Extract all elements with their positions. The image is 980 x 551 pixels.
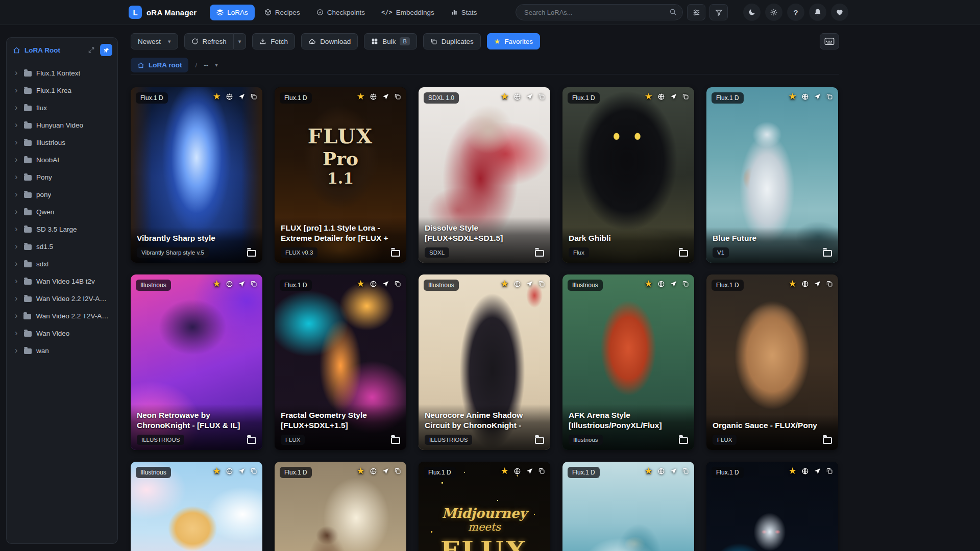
copy-icon[interactable] [538,467,545,474]
send-icon[interactable] [526,467,533,475]
globe-icon[interactable] [801,280,809,288]
nav-tab-loras[interactable]: LoRAs [210,5,255,20]
pin-sidebar-button[interactable] [100,44,112,56]
lora-card[interactable]: Illustrious ★ Neon Retrowave by ChronoKn… [131,274,262,450]
chevron-down-icon[interactable]: ▾ [215,62,218,68]
chevron-right-icon[interactable]: › [15,312,19,320]
sidebar-folder-item[interactable]: ›pony [10,186,114,203]
send-icon[interactable] [238,93,246,101]
chevron-right-icon[interactable]: › [15,208,19,216]
chevron-right-icon[interactable]: › [15,346,19,355]
chevron-right-icon[interactable]: › [15,277,19,285]
copy-icon[interactable] [826,280,833,287]
copy-icon[interactable] [682,93,689,100]
copy-icon[interactable] [682,467,689,474]
app-logo[interactable]: L oRA Manager [129,6,197,19]
globe-icon[interactable] [657,280,665,288]
sort-options-button[interactable] [687,4,705,20]
sidebar-folder-item[interactable]: ›Illustrious [10,134,114,151]
favorite-star-icon[interactable]: ★ [213,466,221,475]
favorite-star-icon[interactable]: ★ [645,279,653,288]
copy-icon[interactable] [250,93,257,100]
chevron-right-icon[interactable]: › [15,190,19,198]
send-icon[interactable] [238,280,246,288]
theme-toggle-button[interactable] [743,4,761,21]
folder-icon[interactable] [535,437,544,444]
folder-icon[interactable] [247,250,256,257]
favorites-filter-button[interactable]: ★ Favorites [487,33,540,49]
chevron-right-icon[interactable]: › [15,329,19,337]
sidebar-folder-item[interactable]: ›Qwen [10,203,114,220]
lora-card[interactable]: Flux.1 D ★ Vibrantly Sharp style Vibrant… [131,87,262,263]
fetch-button[interactable]: Fetch [252,33,295,49]
favorite-star-icon[interactable]: ★ [501,466,509,475]
copy-icon[interactable] [250,280,257,287]
lora-card[interactable]: SDXL 1.0 ★ Dissolve Style [FLUX+SDXL+SD1… [419,87,550,263]
notifications-button[interactable] [809,4,826,21]
filter-button[interactable] [709,4,728,20]
send-icon[interactable] [382,467,389,475]
copy-icon[interactable] [538,280,545,287]
favorite-star-icon[interactable]: ★ [789,92,797,101]
send-icon[interactable] [382,280,389,288]
chevron-right-icon[interactable]: › [15,86,19,94]
settings-button[interactable] [765,4,782,21]
sidebar-folder-item[interactable]: ›wan [10,342,114,359]
copy-icon[interactable] [826,467,833,474]
keyboard-shortcuts-button[interactable] [820,33,839,49]
copy-icon[interactable] [394,467,401,474]
folder-icon[interactable] [823,437,832,444]
globe-icon[interactable] [226,280,233,288]
lora-card[interactable]: Flux.1 D ★ [706,462,838,551]
sidebar-folder-item[interactable]: ›Hunyuan Video [10,116,114,134]
copy-icon[interactable] [394,93,401,100]
folder-icon[interactable] [535,250,544,257]
nav-tab-recipes[interactable]: Recipes [258,5,307,20]
favorite-star-icon[interactable]: ★ [357,92,365,101]
globe-icon[interactable] [513,467,521,475]
globe-icon[interactable] [657,93,665,101]
lora-card[interactable]: Flux.1 D ★ [562,462,694,551]
sidebar-folder-item[interactable]: ›Flux.1 Krea [10,82,114,99]
favorite-star-icon[interactable]: ★ [501,279,509,288]
bulk-button[interactable]: Bulk B [364,33,417,49]
lora-card[interactable]: Illustrious ★ Neurocore Anime Shadow Cir… [419,274,550,450]
favorite-star-icon[interactable]: ★ [789,279,797,288]
chevron-right-icon[interactable]: › [15,138,19,146]
folder-icon[interactable] [391,437,400,444]
favorite-star-icon[interactable]: ★ [357,466,365,475]
send-icon[interactable] [238,467,246,475]
copy-icon[interactable] [826,93,833,100]
copy-icon[interactable] [250,467,257,474]
lora-card[interactable]: Midjourney meets FLUX Flux.1 D ★ [419,462,550,551]
nav-tab-checkpoints[interactable]: Checkpoints [310,5,372,20]
help-button[interactable]: ? [787,4,804,21]
send-icon[interactable] [670,93,677,101]
lora-card[interactable]: Flux.1 D ★ Fractal Geometry Style [FLUX+… [275,274,406,450]
chevron-right-icon[interactable]: › [15,156,19,164]
globe-icon[interactable] [370,467,377,475]
favorite-star-icon[interactable]: ★ [213,92,221,101]
sidebar-folder-item[interactable]: ›sd1.5 [10,238,114,255]
lora-card[interactable]: Illustrious ★ AFK Arena Style [Illustrio… [562,274,694,450]
search-icon[interactable] [669,8,677,16]
globe-icon[interactable] [370,93,377,101]
chevron-right-icon[interactable]: › [15,225,19,233]
lora-card[interactable]: Flux.1 D ★ Blue Future V1 [706,87,838,263]
folder-icon[interactable] [391,250,400,257]
favorite-star-icon[interactable]: ★ [213,279,221,288]
duplicates-button[interactable]: Duplicates [423,33,481,49]
folder-icon[interactable] [823,250,832,257]
sidebar-folder-item[interactable]: ›Wan Video 2.2 T2V-A14B [10,307,114,324]
globe-icon[interactable] [370,280,377,288]
copy-icon[interactable] [682,280,689,287]
sort-select[interactable]: Newest ▾ [131,33,178,49]
send-icon[interactable] [670,467,677,475]
sidebar-folder-item[interactable]: ›Flux.1 Kontext [10,64,114,82]
globe-icon[interactable] [801,93,809,101]
sidebar-folder-item[interactable]: ›sdxl [10,255,114,272]
favorite-star-icon[interactable]: ★ [645,92,653,101]
favorite-star-icon[interactable]: ★ [357,279,365,288]
favorite-star-icon[interactable]: ★ [501,92,509,101]
sidebar-folder-item[interactable]: ›Wan Video 2.2 I2V-A14B [10,290,114,307]
